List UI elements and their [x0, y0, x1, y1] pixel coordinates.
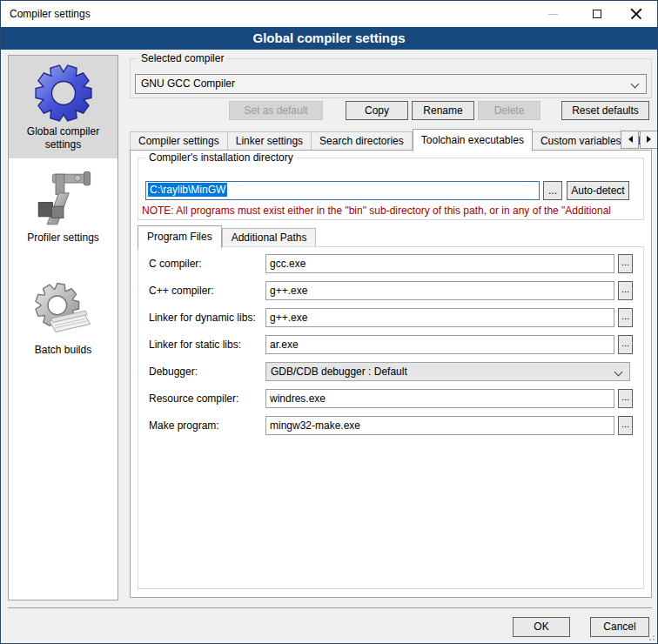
- c-compiler-input[interactable]: [265, 254, 614, 273]
- linker-static-label: Linker for static libs:: [149, 339, 241, 351]
- bin-subdirectory-note: NOTE: All programs must exist either in …: [142, 205, 643, 217]
- minimize-icon: [548, 14, 558, 15]
- maximize-icon: [593, 10, 601, 18]
- compiler-select[interactable]: GNU GCC Compiler: [135, 74, 647, 94]
- program-subtabs: Program Files Additional Paths: [138, 225, 316, 247]
- gear-stack-icon: [10, 279, 116, 344]
- cancel-button[interactable]: Cancel: [590, 617, 649, 637]
- maximize-button[interactable]: [577, 1, 616, 27]
- linker-dynamic-label: Linker for dynamic libs:: [149, 312, 256, 324]
- tab-compiler-settings[interactable]: Compiler settings: [130, 131, 228, 150]
- field-row-make-program: Make program: ...: [138, 416, 643, 435]
- auto-detect-button[interactable]: Auto-detect: [567, 181, 629, 200]
- tab-search-directories[interactable]: Search directories: [312, 131, 413, 150]
- tab-custom-variables[interactable]: Custom variables: [533, 131, 630, 150]
- debugger-select[interactable]: GDB/CDB debugger : Default: [265, 362, 630, 381]
- sidebar-item-label: Global compiler settings: [10, 125, 116, 151]
- field-row-linker-dynamic: Linker for dynamic libs: ...: [138, 308, 643, 327]
- field-row-debugger: Debugger: GDB/CDB debugger : Default: [138, 362, 643, 381]
- compiler-actions: Set as default Copy Rename Delete Reset …: [130, 101, 652, 120]
- rename-button[interactable]: Rename: [412, 101, 474, 120]
- caliper-icon: [10, 167, 116, 231]
- make-program-label: Make program:: [149, 419, 219, 432]
- blue-gear-icon: [10, 61, 116, 125]
- page-title: Global compiler settings: [1, 27, 657, 50]
- window-title: Compiler settings: [10, 8, 91, 20]
- linker-dynamic-input[interactable]: [265, 308, 614, 327]
- compiler-settings-dialog: Compiler settings Global compiler settin…: [0, 0, 658, 644]
- close-icon: [630, 8, 642, 20]
- subtab-additional-paths[interactable]: Additional Paths: [222, 228, 317, 246]
- linker-dynamic-browse-button[interactable]: ...: [618, 308, 633, 327]
- minimize-button[interactable]: [534, 1, 573, 27]
- resource-compiler-label: Resource compiler:: [149, 392, 238, 405]
- group-legend: Compiler's installation directory: [145, 151, 297, 164]
- linker-static-input[interactable]: [265, 335, 614, 354]
- close-button[interactable]: [616, 1, 655, 27]
- debugger-label: Debugger:: [149, 366, 198, 378]
- debugger-select-value: GDB/CDB debugger : Default: [271, 366, 407, 378]
- selected-compiler-group: Selected compiler GNU GCC Compiler: [130, 58, 652, 98]
- resource-compiler-browse-button[interactable]: ...: [618, 389, 633, 408]
- make-program-input[interactable]: [265, 416, 614, 435]
- sidebar-item-label: Batch builds: [10, 344, 116, 357]
- delete-button[interactable]: Delete: [478, 101, 540, 120]
- chevron-down-icon: [614, 368, 623, 377]
- resize-grip[interactable]: [648, 634, 655, 641]
- installation-directory-group: Compiler's installation directory C:\ray…: [138, 158, 644, 220]
- linker-static-browse-button[interactable]: ...: [618, 335, 633, 354]
- group-legend: Selected compiler: [138, 52, 227, 64]
- field-row-linker-static: Linker for static libs: ...: [138, 335, 643, 354]
- field-row-resource-compiler: Resource compiler: ...: [138, 389, 643, 408]
- subtab-program-files[interactable]: Program Files: [138, 225, 222, 248]
- cpp-compiler-input[interactable]: [265, 281, 614, 300]
- footer-divider: [8, 607, 652, 608]
- titlebar[interactable]: Compiler settings: [1, 1, 657, 27]
- chevron-down-icon: [631, 80, 640, 89]
- tab-linker-settings[interactable]: Linker settings: [228, 131, 312, 150]
- c-compiler-label: C compiler:: [149, 258, 202, 270]
- compiler-select-value: GNU GCC Compiler: [141, 77, 235, 90]
- selected-path-text: C:\raylib\MinGW: [148, 183, 227, 197]
- browse-directory-button[interactable]: ...: [543, 181, 562, 200]
- tab-scroll-left-button[interactable]: [621, 131, 639, 149]
- field-row-cpp-compiler: C++ compiler: ...: [138, 281, 643, 300]
- program-files-panel: C compiler: ... C++ compiler: ... Linker…: [138, 246, 644, 589]
- ok-button[interactable]: OK: [513, 617, 570, 637]
- field-row-c-compiler: C compiler: ...: [138, 254, 643, 273]
- tab-scroll-right-button[interactable]: [640, 131, 658, 149]
- sidebar-item-profiler-settings[interactable]: Profiler settings: [9, 162, 118, 252]
- tab-toolchain-executables[interactable]: Toolchain executables: [413, 129, 533, 151]
- copy-button[interactable]: Copy: [346, 101, 408, 120]
- arrow-left-icon: [625, 136, 633, 143]
- sidebar-item-global-compiler-settings[interactable]: Global compiler settings: [9, 56, 118, 158]
- arrow-right-icon: [647, 136, 655, 143]
- sidebar-item-batch-builds[interactable]: Batch builds: [9, 274, 118, 364]
- c-compiler-browse-button[interactable]: ...: [618, 254, 633, 273]
- cpp-compiler-label: C++ compiler:: [149, 285, 214, 297]
- set-as-default-button[interactable]: Set as default: [229, 101, 323, 120]
- make-program-browse-button[interactable]: ...: [618, 416, 633, 435]
- sidebar-item-label: Profiler settings: [10, 231, 116, 245]
- installation-directory-input[interactable]: C:\raylib\MinGW: [145, 181, 540, 200]
- settings-category-list: Global compiler settings: [8, 55, 118, 600]
- cpp-compiler-browse-button[interactable]: ...: [618, 281, 633, 300]
- settings-tabs: Compiler settings Linker settings Search…: [130, 128, 652, 151]
- toolchain-executables-panel: Compiler's installation directory C:\ray…: [130, 150, 652, 598]
- reset-defaults-button[interactable]: Reset defaults: [561, 101, 649, 120]
- resource-compiler-input[interactable]: [265, 389, 614, 408]
